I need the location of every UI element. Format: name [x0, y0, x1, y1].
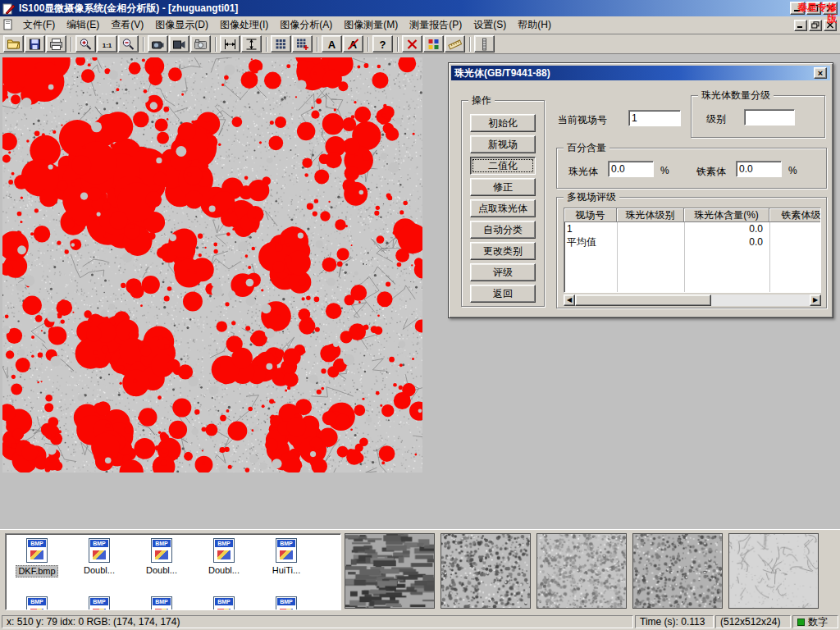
metallographic-image[interactable]: [2, 57, 422, 472]
scrollbar-track[interactable]: [575, 294, 810, 306]
cut-icon: [405, 38, 419, 51]
digital-mode-label: 数字: [808, 615, 828, 629]
file-item-partial[interactable]: BMP: [130, 595, 193, 610]
zoom-out-icon: [121, 38, 135, 51]
table-horizontal-scrollbar[interactable]: ◀ ▶: [564, 294, 821, 306]
pearlite-percent-input[interactable]: [608, 161, 654, 177]
title-bar: IS100显微摄像系统(金相分析版) - [zhuguangti01]: [0, 0, 840, 16]
dialog-close-button[interactable]: ×: [814, 67, 827, 79]
color-picker-icon: [427, 38, 441, 51]
child-close-button[interactable]: [824, 20, 837, 31]
print-button[interactable]: [46, 35, 66, 52]
scrollbar-thumb[interactable]: [575, 294, 711, 306]
help-button[interactable]: ?: [372, 35, 393, 52]
file-item[interactable]: BMPDoubl...: [193, 536, 255, 592]
return-button[interactable]: 返回: [470, 285, 536, 303]
table-row[interactable]: 10.0: [564, 222, 820, 235]
thumbnail-3[interactable]: [536, 533, 627, 609]
maximize-button[interactable]: [806, 2, 821, 15]
toolbar-separator: [143, 37, 144, 52]
child-restore-button[interactable]: [809, 20, 822, 31]
ruler-button[interactable]: [445, 35, 465, 52]
color-picker-button[interactable]: [423, 35, 444, 52]
svg-text:?: ?: [380, 39, 386, 51]
ferrite-percent-input[interactable]: [736, 161, 782, 177]
auto-classify-button[interactable]: 自动分类: [470, 221, 536, 239]
grid-add-button[interactable]: [292, 35, 313, 52]
scroll-right-button[interactable]: ▶: [810, 294, 821, 306]
scroll-left-button[interactable]: ◀: [564, 294, 575, 306]
pick-pearlite-button[interactable]: 点取珠光体: [470, 199, 536, 217]
thumbnail-4[interactable]: [632, 533, 723, 609]
menu-file[interactable]: 文件(F): [17, 16, 61, 34]
document-icon[interactable]: [2, 19, 15, 31]
change-class-button[interactable]: 更改类别: [470, 242, 536, 260]
video-button[interactable]: [169, 35, 189, 52]
camera-button[interactable]: [190, 35, 211, 52]
column-header-3[interactable]: 珠光体含量(%): [684, 208, 769, 222]
table-cell: 0.0: [684, 222, 769, 235]
menu-edit[interactable]: 编辑(E): [61, 16, 105, 34]
probe-button[interactable]: [474, 35, 495, 52]
correct-button[interactable]: 修正: [470, 178, 536, 196]
menu-view[interactable]: 查看(V): [105, 16, 149, 34]
new-field-button[interactable]: 新视场: [470, 135, 536, 153]
table-row[interactable]: 平均值0.0: [564, 235, 820, 249]
child-minimize-button[interactable]: [794, 20, 807, 31]
file-item-partial[interactable]: BMP: [6, 595, 68, 610]
column-header-4[interactable]: 铁素体级别: [769, 208, 821, 222]
dialog-title-bar[interactable]: 珠光体(GB/T9441-88) ×: [451, 66, 830, 80]
close-button[interactable]: [823, 2, 838, 15]
binarize-button[interactable]: 二值化: [470, 157, 536, 175]
multifield-table[interactable]: 视场号珠光体级别珠光体含量(%)铁素体级别10.0平均值0.0: [564, 208, 821, 293]
thumbnail-2[interactable]: [441, 533, 531, 609]
minimize-button[interactable]: [790, 2, 805, 15]
file-item[interactable]: BMPDKF.bmp: [6, 536, 68, 592]
menu-settings[interactable]: 设置(S): [468, 16, 512, 34]
actual-size-button[interactable]: 1:1: [97, 35, 117, 52]
file-item-partial[interactable]: BMP: [193, 595, 255, 610]
text-label-off-button[interactable]: A: [343, 35, 363, 52]
thumbnail-5[interactable]: [728, 533, 819, 609]
column-header-1[interactable]: 视场号: [564, 208, 617, 222]
capture-icon: [151, 38, 165, 51]
open-icon: [7, 38, 21, 51]
file-name: Doubl...: [82, 565, 116, 576]
measure-height-button[interactable]: [241, 35, 262, 52]
current-field-input[interactable]: [628, 110, 681, 126]
help-icon: ?: [376, 38, 390, 51]
level-input[interactable]: [744, 109, 795, 126]
zoom-out-button[interactable]: [118, 35, 139, 52]
toolbar-separator: [397, 37, 399, 52]
file-item-partial[interactable]: BMP: [68, 595, 130, 610]
menu-image-analysis[interactable]: 图像分析(A): [274, 16, 338, 34]
menu-help[interactable]: 帮助(H): [512, 16, 557, 34]
menu-image-process[interactable]: 图像处理(I): [214, 16, 274, 34]
text-label-button[interactable]: A: [322, 35, 342, 52]
percentage-group: 百分含量 珠光体 % 铁素体 %: [556, 148, 827, 189]
pearlite-label: 珠光体: [568, 165, 598, 179]
cut-button[interactable]: [402, 35, 422, 52]
rate-button[interactable]: 评级: [470, 263, 536, 281]
file-item[interactable]: BMPDoubl...: [68, 536, 130, 592]
capture-button[interactable]: [148, 35, 168, 52]
thumbnail-strip: [345, 533, 819, 609]
thumbnail-1[interactable]: [345, 533, 435, 609]
save-button[interactable]: [25, 35, 45, 52]
file-item-partial[interactable]: BMP: [255, 595, 317, 610]
column-header-2[interactable]: 珠光体级别: [617, 208, 684, 222]
menu-measure-report[interactable]: 测量报告(P): [404, 16, 468, 34]
zoom-in-button[interactable]: [75, 35, 96, 52]
probe-icon: [477, 38, 491, 51]
file-item[interactable]: BMPHuiTi...: [255, 536, 317, 592]
bmp-file-icon: BMP: [26, 538, 48, 563]
file-item[interactable]: BMPDoubl...: [130, 536, 193, 592]
save-icon: [28, 38, 42, 51]
menu-image-measure[interactable]: 图像测量(M): [338, 16, 404, 34]
open-button[interactable]: [3, 35, 24, 52]
operation-group: 操作 初始化新视场二值化修正点取珠光体自动分类更改类别评级返回: [461, 100, 545, 307]
menu-image-display[interactable]: 图像显示(D): [149, 16, 214, 34]
initialize-button[interactable]: 初始化: [470, 114, 536, 132]
grid-button[interactable]: [271, 35, 291, 52]
measure-width-button[interactable]: [220, 35, 240, 52]
